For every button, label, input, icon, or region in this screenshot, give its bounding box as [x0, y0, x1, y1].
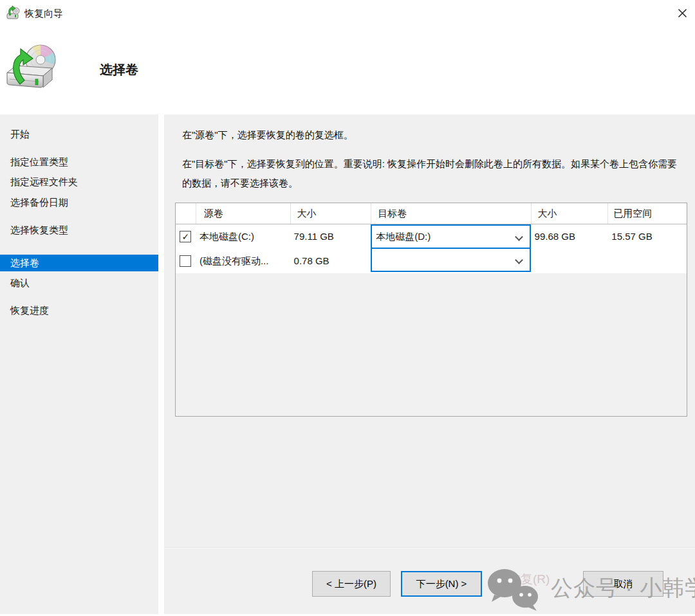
header-dest-size: 大小: [531, 203, 608, 224]
step-recovery-progress: 恢复进度: [0, 302, 158, 319]
step-specify-remote-folder: 指定远程文件夹: [0, 174, 158, 190]
header-source-volume: 源卷: [196, 203, 290, 224]
row1-destination-cell: 本地磁盘(D:): [371, 224, 530, 249]
instruction-destination-volume: 在"目标卷"下，选择要恢复到的位置。重要说明: 恢复操作开始时会删除此卷上的所有…: [182, 154, 685, 193]
row2-size: 0.78 GB: [290, 249, 371, 273]
volumes-table: 源卷 大小 目标卷 大小 已用空间 ✓ 本地磁盘(C:) 79.11 GB 本地…: [175, 203, 687, 417]
step-specify-location-type: 指定位置类型: [0, 154, 158, 170]
restore-drive-icon: [3, 29, 64, 90]
row1-size: 79.11 GB: [290, 224, 371, 249]
chevron-down-icon: [515, 233, 523, 241]
header-destination-volume: 目标卷: [371, 203, 530, 224]
step-getting-started: 开始: [0, 126, 158, 143]
row1-checkmark-icon: ✓: [182, 224, 190, 249]
app-icon: [5, 5, 21, 21]
wizard-steps-sidebar: 开始 指定位置类型 指定远程文件夹 选择备份日期 选择恢复类型 选择卷 确认 恢…: [0, 114, 158, 614]
row2-dest-size: [531, 249, 608, 273]
footer-divider-highlight: [164, 548, 695, 548]
row1-used-space: 15.57 GB: [607, 224, 687, 249]
row1-destination-value: 本地磁盘(D:): [376, 224, 431, 249]
row2-checkbox[interactable]: [180, 255, 191, 267]
wizard-header: 选择卷: [0, 26, 695, 114]
next-button[interactable]: 下一步(N) >: [401, 571, 482, 597]
step-confirmation: 确认: [0, 275, 158, 291]
window-title: 恢复向导: [24, 8, 63, 20]
title-bar: 恢复向导: [0, 0, 695, 26]
row1-source-volume: 本地磁盘(C:): [196, 224, 290, 249]
row2-checkbox-cell: [176, 249, 196, 273]
instruction-source-volume: 在"源卷"下，选择要恢复的卷的复选框。: [182, 129, 678, 141]
header-checkbox-column: [176, 203, 196, 224]
row1-checkbox-cell: ✓: [176, 224, 196, 249]
row2-destination-cell: [371, 249, 530, 273]
page-title: 选择卷: [100, 61, 138, 78]
row2-source-volume: (磁盘没有驱动...: [196, 249, 290, 273]
header-size: 大小: [290, 203, 371, 224]
row2-destination-combobox[interactable]: [371, 249, 530, 272]
close-icon: [678, 8, 687, 18]
volumes-table-header: 源卷 大小 目标卷 大小 已用空间: [176, 203, 687, 224]
step-select-backup-date: 选择备份日期: [0, 194, 158, 211]
step-select-volumes-current: 选择卷: [0, 255, 158, 271]
step-select-recovery-type: 选择恢复类型: [0, 222, 158, 239]
table-row-no-drive-letter: (磁盘没有驱动... 0.78 GB: [176, 249, 687, 273]
table-row-local-disk-c: ✓ 本地磁盘(C:) 79.11 GB 本地磁盘(D:) 99.68 GB 15…: [176, 224, 687, 249]
row1-dest-size: 99.68 GB: [531, 224, 608, 249]
row2-used-space: [607, 249, 687, 273]
recovery-wizard-window: 恢复向导: [0, 0, 695, 616]
header-used-space: 已用空间: [607, 203, 687, 224]
previous-button[interactable]: < 上一步(P): [312, 571, 391, 597]
row1-checkbox[interactable]: ✓: [180, 231, 191, 242]
row1-destination-combobox[interactable]: 本地磁盘(D:): [371, 224, 530, 249]
wizard-content: 在"源卷"下，选择要恢复的卷的复选框。 在"目标卷"下，选择要恢复到的位置。重要…: [164, 114, 695, 614]
close-button[interactable]: [672, 3, 692, 23]
chevron-down-icon: [515, 256, 523, 264]
cancel-button[interactable]: 取消: [583, 571, 663, 597]
